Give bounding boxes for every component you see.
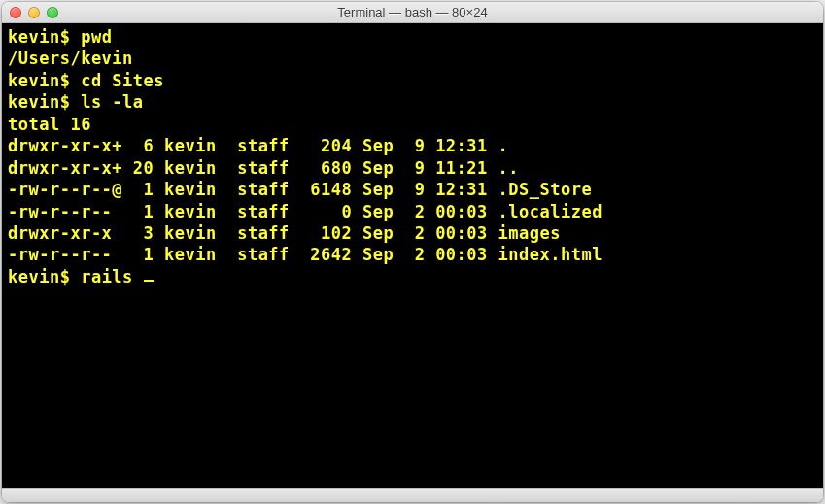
listing-text: -rw-r--r-- 1 kevin staff 0 Sep 2 00:03 .…	[8, 202, 602, 221]
listing-row: -rw-r--r--@ 1 kevin staff 6148 Sep 9 12:…	[8, 179, 817, 200]
prompt-line: kevin$ pwd	[8, 26, 817, 48]
zoom-icon[interactable]	[47, 7, 58, 18]
listing-text: -rw-r--r--@ 1 kevin staff 6148 Sep 9 12:…	[8, 180, 592, 199]
terminal-window: Terminal — bash — 80×24 kevin$ pwd/Users…	[2, 2, 823, 502]
command-text: pwd	[81, 27, 112, 47]
cursor-icon	[144, 280, 154, 282]
listing-row: -rw-r--r-- 1 kevin staff 0 Sep 2 00:03 .…	[8, 201, 817, 222]
command-text: cd Sites	[81, 71, 164, 90]
command-text: ls -la	[81, 92, 143, 112]
listing-row: drwxr-xr-x 3 kevin staff 102 Sep 2 00:03…	[8, 222, 817, 244]
output-line: total 16	[8, 114, 817, 135]
listing-row: drwxr-xr-x+ 20 kevin staff 680 Sep 9 11:…	[8, 157, 817, 179]
prompt-line: kevin$ cd Sites	[8, 70, 817, 91]
listing-row: drwxr-xr-x+ 6 kevin staff 204 Sep 9 12:3…	[8, 135, 817, 156]
window-controls	[2, 7, 58, 18]
prompt: kevin$	[8, 92, 81, 112]
listing-row: -rw-r--r-- 1 kevin staff 2642 Sep 2 00:0…	[8, 244, 817, 265]
current-prompt-line: kevin$ rails	[8, 266, 817, 287]
minimize-icon[interactable]	[28, 7, 40, 18]
output-text: total 16	[8, 115, 91, 134]
output-line: /Users/kevin	[8, 48, 817, 69]
command-text: rails	[81, 267, 143, 286]
prompt: kevin$	[8, 267, 81, 286]
close-icon[interactable]	[10, 7, 21, 18]
listing-text: drwxr-xr-x+ 20 kevin staff 680 Sep 9 11:…	[8, 158, 519, 178]
listing-text: drwxr-xr-x 3 kevin staff 102 Sep 2 00:03…	[8, 223, 561, 243]
terminal-content[interactable]: kevin$ pwd/Users/kevinkevin$ cd Siteskev…	[2, 23, 823, 488]
titlebar[interactable]: Terminal — bash — 80×24	[2, 2, 823, 23]
window-bottom-chrome	[2, 488, 823, 502]
listing-text: -rw-r--r-- 1 kevin staff 2642 Sep 2 00:0…	[8, 245, 602, 264]
prompt: kevin$	[8, 71, 81, 90]
listing-text: drwxr-xr-x+ 6 kevin staff 204 Sep 9 12:3…	[8, 136, 508, 155]
output-text: /Users/kevin	[8, 49, 133, 68]
window-title: Terminal — bash — 80×24	[337, 5, 487, 19]
prompt-line: kevin$ ls -la	[8, 91, 817, 113]
prompt: kevin$	[8, 27, 81, 47]
